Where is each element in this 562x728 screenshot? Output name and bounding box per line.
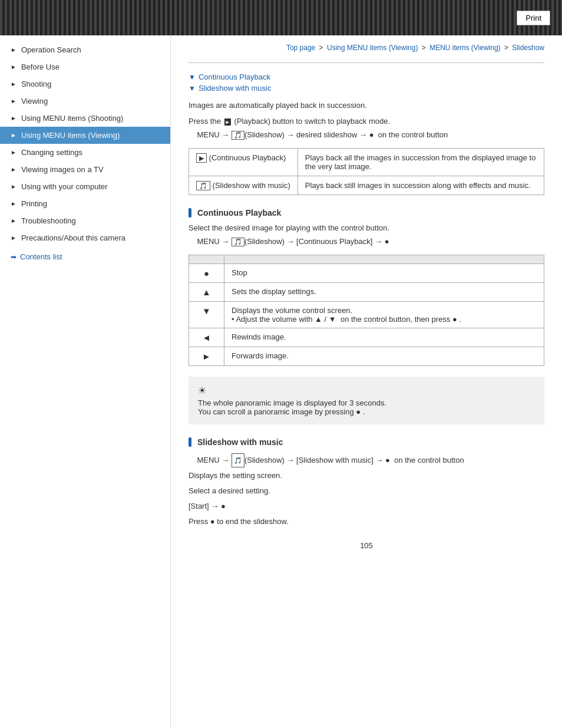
sidebar-arrow-icon: ► — [11, 235, 16, 241]
sidebar: ►Operation Search►Before Use►Shooting►Vi… — [0, 35, 171, 728]
sidebar-arrow-icon: ► — [11, 149, 16, 156]
sidebar-item-label: Using MENU items (Shooting) — [21, 114, 123, 123]
header-bar: Print — [0, 0, 562, 35]
continuous-playback-link[interactable]: ▼ Continuous Playback — [189, 73, 544, 81]
triangle-down-icon: ▼ — [189, 73, 196, 81]
sidebar-item-11[interactable]: ►Precautions/About this camera — [0, 229, 170, 246]
sidebar-arrow-icon: ► — [11, 132, 16, 139]
breadcrumb-item-3[interactable]: Slideshow — [512, 44, 544, 52]
continuous-playback-label: Continuous Playback — [199, 73, 270, 81]
continuous-section-bar: Continuous Playback — [189, 208, 544, 218]
contents-list-label: Contents list — [20, 252, 62, 261]
sidebar-arrow-icon: ► — [11, 81, 16, 87]
breadcrumb-separator: > — [503, 44, 511, 52]
icon-cell-1: ▶ (Continuous Playback) — [189, 149, 298, 176]
sidebar-item-label: Using MENU items (Viewing) — [21, 131, 120, 140]
playback-icon: ▶ — [224, 118, 231, 126]
tip-line-1: The whole panoramic image is displayed f… — [198, 398, 535, 407]
slideshow-menu-icon: 🎵 — [232, 131, 244, 140]
symbol-forward: ► — [189, 347, 224, 366]
arrow-right-icon: ➡ — [11, 253, 16, 261]
table-row: 🎵 (Slideshow with music) Plays back stil… — [189, 176, 544, 195]
slideshow-icon: 🎵 — [196, 181, 210, 190]
intro-text: Images are automatically played back in … — [189, 101, 544, 110]
content-area: Top page > Using MENU items (Viewing) > … — [171, 35, 562, 728]
sidebar-item-0[interactable]: ►Operation Search — [0, 41, 170, 58]
music-instruction-1: MENU → 🎵(Slideshow) → [Slideshow with mu… — [189, 453, 544, 468]
desc-down: Displays the volume control screen. • Ad… — [224, 302, 544, 328]
main-layout: ►Operation Search►Before Use►Shooting►Vi… — [0, 35, 562, 728]
music-instruction-3: Select a desired setting. — [189, 483, 544, 499]
slideshow-music-link[interactable]: ▼ Slideshow with music — [189, 84, 544, 93]
desc-stop: Stop — [224, 264, 544, 283]
sidebar-item-5[interactable]: ►Using MENU items (Viewing) — [0, 127, 170, 144]
continuous-icon: ▶ — [196, 153, 207, 163]
sidebar-item-label: Viewing — [21, 97, 48, 106]
instruction-playback: Press the ▶ (Playback) button to switch … — [189, 117, 544, 126]
sidebar-item-label: Changing settings — [21, 148, 82, 157]
desc-up: Sets the display settings. — [224, 283, 544, 302]
main-info-table: ▶ (Continuous Playback) Plays back all t… — [189, 148, 544, 195]
sidebar-item-10[interactable]: ►Troubleshooting — [0, 212, 170, 229]
sidebar-item-6[interactable]: ►Changing settings — [0, 144, 170, 161]
control-row-up: ▲ Sets the display settings. — [189, 283, 544, 302]
breadcrumb-separator: > — [419, 44, 428, 52]
sidebar-item-label: Shooting — [21, 80, 51, 88]
music-steps: MENU → 🎵(Slideshow) → [Slideshow with mu… — [189, 453, 544, 529]
breadcrumb-separator: > — [317, 44, 325, 52]
sidebar-arrow-icon: ► — [11, 200, 16, 207]
sidebar-item-label: Before Use — [21, 62, 59, 71]
menu-icon-3: 🎵 — [232, 453, 244, 467]
music-instruction-5: Press ● to end the slideshow. — [189, 514, 544, 529]
sidebar-item-3[interactable]: ►Viewing — [0, 93, 170, 110]
breadcrumb: Top page > Using MENU items (Viewing) > … — [189, 44, 544, 52]
top-rule — [189, 62, 544, 63]
sidebar-arrow-icon: ► — [11, 183, 16, 190]
control-row-down: ▼ Displays the volume control screen. • … — [189, 302, 544, 328]
sidebar-item-label: Operation Search — [21, 45, 81, 54]
music-section-bar: Slideshow with music — [189, 437, 544, 447]
section-accent-2 — [189, 437, 191, 447]
sidebar-item-8[interactable]: ►Using with your computer — [0, 178, 170, 195]
sidebar-arrow-icon: ► — [11, 218, 16, 224]
continuous-description: Select the desired image for playing wit… — [189, 223, 544, 232]
sidebar-item-4[interactable]: ►Using MENU items (Shooting) — [0, 110, 170, 127]
contents-list-link[interactable]: ➡ Contents list — [0, 246, 170, 267]
sidebar-arrow-icon: ► — [11, 166, 16, 173]
sidebar-item-label: Using with your computer — [21, 182, 108, 191]
sidebar-item-1[interactable]: ►Before Use — [0, 58, 170, 75]
control-table: ● Stop ▲ Sets the display settings. ▼ Di… — [189, 255, 544, 366]
sidebar-arrow-icon: ► — [11, 98, 16, 104]
breadcrumb-item-1[interactable]: Using MENU items (Viewing) — [327, 44, 418, 52]
music-section-title: Slideshow with music — [197, 437, 283, 447]
sidebar-arrow-icon: ► — [11, 64, 16, 70]
symbol-up: ▲ — [189, 283, 224, 302]
desc-cell-2: Plays back still images in succession al… — [297, 176, 544, 195]
sidebar-item-label: Troubleshooting — [21, 216, 76, 225]
slideshow-music-label: Slideshow with music — [199, 84, 272, 93]
desc-rewind: Rewinds image. — [224, 328, 544, 347]
triangle-down-icon-2: ▼ — [189, 84, 196, 93]
print-button[interactable]: Print — [517, 11, 550, 25]
breadcrumb-item-2[interactable]: MENU items (Viewing) — [429, 44, 500, 52]
sidebar-item-2[interactable]: ►Shooting — [0, 75, 170, 93]
sidebar-item-label: Viewing images on a TV — [21, 165, 104, 174]
section-accent — [189, 208, 191, 218]
tip-box: ☀ The whole panoramic image is displayed… — [189, 377, 544, 424]
breadcrumb-item-0[interactable]: Top page — [286, 44, 315, 52]
sidebar-item-7[interactable]: ►Viewing images on a TV — [0, 161, 170, 178]
control-row-forward: ► Forwards image. — [189, 347, 544, 366]
continuous-instruction: MENU → 🎵(Slideshow) → [Continuous Playba… — [189, 237, 544, 246]
sidebar-arrow-icon: ► — [11, 47, 16, 53]
symbol-rewind: ◄ — [189, 328, 224, 347]
control-row-rewind: ◄ Rewinds image. — [189, 328, 544, 347]
page-number: 105 — [189, 541, 544, 550]
sidebar-item-label: Printing — [21, 199, 47, 208]
col-header-1 — [189, 255, 224, 264]
tip-line-2: You can scroll a panoramic image by pres… — [198, 407, 535, 416]
control-row-stop: ● Stop — [189, 264, 544, 283]
symbol-stop: ● — [189, 264, 224, 283]
icon-cell-2: 🎵 (Slideshow with music) — [189, 176, 298, 195]
sidebar-item-9[interactable]: ►Printing — [0, 195, 170, 212]
desc-cell-1: Plays back all the images in succession … — [297, 149, 544, 176]
